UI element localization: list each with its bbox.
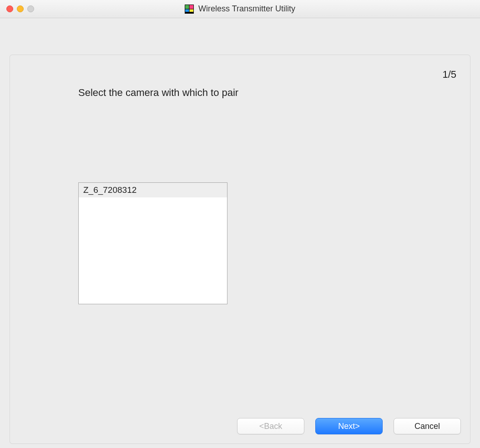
minimize-window-button[interactable] [17, 5, 24, 12]
svg-rect-5 [185, 12, 194, 14]
app-icon [185, 5, 194, 14]
close-window-button[interactable] [6, 5, 13, 12]
camera-name: Z_6_7208312 [83, 185, 136, 195]
titlebar: Wireless Transmitter Utility [0, 0, 480, 18]
window-title: Wireless Transmitter Utility [198, 4, 295, 14]
zoom-window-button [27, 5, 34, 12]
cancel-button[interactable]: Cancel [394, 418, 461, 434]
svg-rect-1 [185, 5, 189, 9]
svg-rect-0 [185, 5, 194, 14]
next-button[interactable]: Next> [315, 418, 383, 434]
title-center: Wireless Transmitter Utility [0, 4, 480, 14]
list-item[interactable]: Z_6_7208312 [79, 183, 227, 197]
button-row: <Back Next> Cancel [237, 418, 461, 434]
svg-rect-4 [189, 9, 193, 13]
window-body: 1/5 Select the camera with which to pair… [0, 18, 480, 448]
svg-rect-2 [189, 5, 193, 9]
camera-list[interactable]: Z_6_7208312 [78, 182, 227, 304]
back-button: <Back [237, 418, 304, 434]
instruction-text: Select the camera with which to pair [78, 87, 238, 99]
wizard-panel: 1/5 Select the camera with which to pair… [10, 55, 470, 444]
svg-rect-3 [185, 9, 189, 13]
step-indicator: 1/5 [442, 69, 456, 81]
traffic-lights [6, 5, 34, 12]
